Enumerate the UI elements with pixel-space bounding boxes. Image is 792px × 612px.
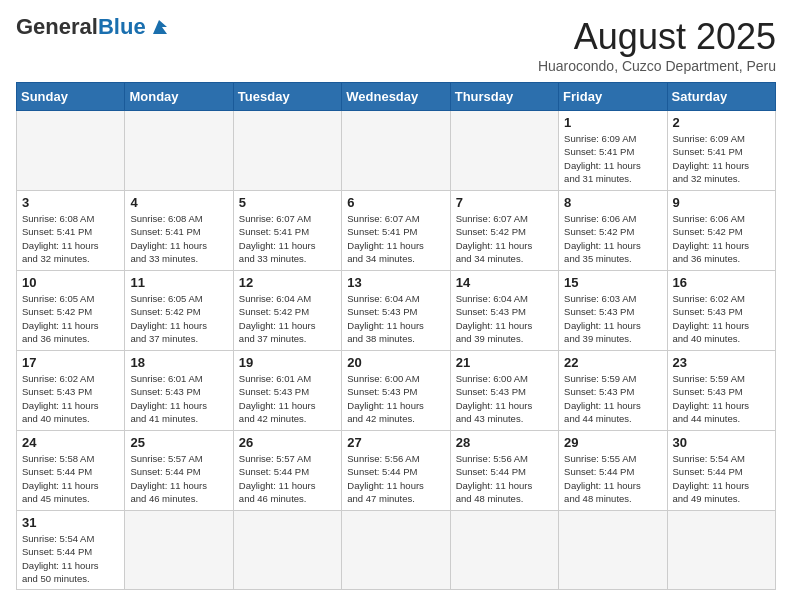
calendar-cell: 12Sunrise: 6:04 AM Sunset: 5:42 PM Dayli… — [233, 271, 341, 351]
day-number: 28 — [456, 435, 553, 450]
day-number: 14 — [456, 275, 553, 290]
day-info: Sunrise: 5:54 AM Sunset: 5:44 PM Dayligh… — [22, 532, 119, 585]
col-header-tuesday: Tuesday — [233, 83, 341, 111]
day-number: 13 — [347, 275, 444, 290]
day-info: Sunrise: 6:05 AM Sunset: 5:42 PM Dayligh… — [130, 292, 227, 345]
day-number: 7 — [456, 195, 553, 210]
day-info: Sunrise: 6:02 AM Sunset: 5:43 PM Dayligh… — [22, 372, 119, 425]
week-row-4: 17Sunrise: 6:02 AM Sunset: 5:43 PM Dayli… — [17, 351, 776, 431]
calendar-cell: 19Sunrise: 6:01 AM Sunset: 5:43 PM Dayli… — [233, 351, 341, 431]
calendar-cell: 7Sunrise: 6:07 AM Sunset: 5:42 PM Daylig… — [450, 191, 558, 271]
calendar-cell: 30Sunrise: 5:54 AM Sunset: 5:44 PM Dayli… — [667, 431, 775, 511]
week-row-5: 24Sunrise: 5:58 AM Sunset: 5:44 PM Dayli… — [17, 431, 776, 511]
day-number: 24 — [22, 435, 119, 450]
calendar-cell: 4Sunrise: 6:08 AM Sunset: 5:41 PM Daylig… — [125, 191, 233, 271]
col-header-monday: Monday — [125, 83, 233, 111]
day-info: Sunrise: 6:09 AM Sunset: 5:41 PM Dayligh… — [564, 132, 661, 185]
day-number: 3 — [22, 195, 119, 210]
logo-general: General — [16, 14, 98, 39]
day-info: Sunrise: 5:59 AM Sunset: 5:43 PM Dayligh… — [673, 372, 770, 425]
calendar-cell: 10Sunrise: 6:05 AM Sunset: 5:42 PM Dayli… — [17, 271, 125, 351]
day-number: 17 — [22, 355, 119, 370]
calendar-cell: 14Sunrise: 6:04 AM Sunset: 5:43 PM Dayli… — [450, 271, 558, 351]
day-number: 16 — [673, 275, 770, 290]
day-info: Sunrise: 6:06 AM Sunset: 5:42 PM Dayligh… — [564, 212, 661, 265]
calendar-cell — [667, 511, 775, 590]
week-row-6: 31Sunrise: 5:54 AM Sunset: 5:44 PM Dayli… — [17, 511, 776, 590]
day-number: 5 — [239, 195, 336, 210]
day-info: Sunrise: 6:06 AM Sunset: 5:42 PM Dayligh… — [673, 212, 770, 265]
calendar-cell: 31Sunrise: 5:54 AM Sunset: 5:44 PM Dayli… — [17, 511, 125, 590]
calendar-cell: 15Sunrise: 6:03 AM Sunset: 5:43 PM Dayli… — [559, 271, 667, 351]
day-number: 6 — [347, 195, 444, 210]
col-header-wednesday: Wednesday — [342, 83, 450, 111]
day-number: 19 — [239, 355, 336, 370]
day-info: Sunrise: 5:56 AM Sunset: 5:44 PM Dayligh… — [347, 452, 444, 505]
calendar-cell — [125, 511, 233, 590]
calendar-cell: 25Sunrise: 5:57 AM Sunset: 5:44 PM Dayli… — [125, 431, 233, 511]
day-info: Sunrise: 6:07 AM Sunset: 5:42 PM Dayligh… — [456, 212, 553, 265]
day-number: 20 — [347, 355, 444, 370]
day-number: 23 — [673, 355, 770, 370]
day-info: Sunrise: 5:59 AM Sunset: 5:43 PM Dayligh… — [564, 372, 661, 425]
week-row-2: 3Sunrise: 6:08 AM Sunset: 5:41 PM Daylig… — [17, 191, 776, 271]
day-number: 29 — [564, 435, 661, 450]
calendar-cell: 16Sunrise: 6:02 AM Sunset: 5:43 PM Dayli… — [667, 271, 775, 351]
day-number: 27 — [347, 435, 444, 450]
day-number: 21 — [456, 355, 553, 370]
calendar-cell: 18Sunrise: 6:01 AM Sunset: 5:43 PM Dayli… — [125, 351, 233, 431]
day-info: Sunrise: 5:55 AM Sunset: 5:44 PM Dayligh… — [564, 452, 661, 505]
day-info: Sunrise: 6:08 AM Sunset: 5:41 PM Dayligh… — [22, 212, 119, 265]
calendar-cell: 3Sunrise: 6:08 AM Sunset: 5:41 PM Daylig… — [17, 191, 125, 271]
calendar-cell: 27Sunrise: 5:56 AM Sunset: 5:44 PM Dayli… — [342, 431, 450, 511]
calendar-cell: 9Sunrise: 6:06 AM Sunset: 5:42 PM Daylig… — [667, 191, 775, 271]
calendar-cell: 22Sunrise: 5:59 AM Sunset: 5:43 PM Dayli… — [559, 351, 667, 431]
day-number: 4 — [130, 195, 227, 210]
col-header-saturday: Saturday — [667, 83, 775, 111]
calendar-cell: 17Sunrise: 6:02 AM Sunset: 5:43 PM Dayli… — [17, 351, 125, 431]
day-number: 12 — [239, 275, 336, 290]
col-header-thursday: Thursday — [450, 83, 558, 111]
calendar-header-row: SundayMondayTuesdayWednesdayThursdayFrid… — [17, 83, 776, 111]
calendar-cell: 6Sunrise: 6:07 AM Sunset: 5:41 PM Daylig… — [342, 191, 450, 271]
week-row-1: 1Sunrise: 6:09 AM Sunset: 5:41 PM Daylig… — [17, 111, 776, 191]
day-info: Sunrise: 6:08 AM Sunset: 5:41 PM Dayligh… — [130, 212, 227, 265]
col-header-sunday: Sunday — [17, 83, 125, 111]
col-header-friday: Friday — [559, 83, 667, 111]
calendar-cell: 20Sunrise: 6:00 AM Sunset: 5:43 PM Dayli… — [342, 351, 450, 431]
day-info: Sunrise: 6:09 AM Sunset: 5:41 PM Dayligh… — [673, 132, 770, 185]
calendar-cell: 24Sunrise: 5:58 AM Sunset: 5:44 PM Dayli… — [17, 431, 125, 511]
day-info: Sunrise: 6:07 AM Sunset: 5:41 PM Dayligh… — [347, 212, 444, 265]
calendar-cell: 13Sunrise: 6:04 AM Sunset: 5:43 PM Dayli… — [342, 271, 450, 351]
day-info: Sunrise: 5:57 AM Sunset: 5:44 PM Dayligh… — [130, 452, 227, 505]
calendar-cell: 28Sunrise: 5:56 AM Sunset: 5:44 PM Dayli… — [450, 431, 558, 511]
day-number: 18 — [130, 355, 227, 370]
calendar-cell — [125, 111, 233, 191]
calendar-cell: 8Sunrise: 6:06 AM Sunset: 5:42 PM Daylig… — [559, 191, 667, 271]
day-number: 2 — [673, 115, 770, 130]
day-info: Sunrise: 6:04 AM Sunset: 5:43 PM Dayligh… — [347, 292, 444, 345]
day-number: 8 — [564, 195, 661, 210]
day-number: 10 — [22, 275, 119, 290]
logo-blue: Blue — [98, 14, 146, 39]
day-number: 31 — [22, 515, 119, 530]
day-info: Sunrise: 5:58 AM Sunset: 5:44 PM Dayligh… — [22, 452, 119, 505]
calendar-cell: 23Sunrise: 5:59 AM Sunset: 5:43 PM Dayli… — [667, 351, 775, 431]
logo-text: GeneralBlue — [16, 16, 146, 38]
logo-icon — [149, 16, 169, 36]
day-info: Sunrise: 6:05 AM Sunset: 5:42 PM Dayligh… — [22, 292, 119, 345]
title-area: August 2025 Huarocondo, Cuzco Department… — [538, 16, 776, 74]
day-number: 22 — [564, 355, 661, 370]
calendar-cell — [559, 511, 667, 590]
calendar-cell — [342, 111, 450, 191]
day-info: Sunrise: 6:02 AM Sunset: 5:43 PM Dayligh… — [673, 292, 770, 345]
calendar-cell: 29Sunrise: 5:55 AM Sunset: 5:44 PM Dayli… — [559, 431, 667, 511]
day-info: Sunrise: 6:00 AM Sunset: 5:43 PM Dayligh… — [456, 372, 553, 425]
calendar-cell — [342, 511, 450, 590]
calendar-table: SundayMondayTuesdayWednesdayThursdayFrid… — [16, 82, 776, 590]
day-number: 1 — [564, 115, 661, 130]
day-info: Sunrise: 6:01 AM Sunset: 5:43 PM Dayligh… — [239, 372, 336, 425]
calendar-cell — [450, 511, 558, 590]
calendar-cell — [450, 111, 558, 191]
day-number: 25 — [130, 435, 227, 450]
